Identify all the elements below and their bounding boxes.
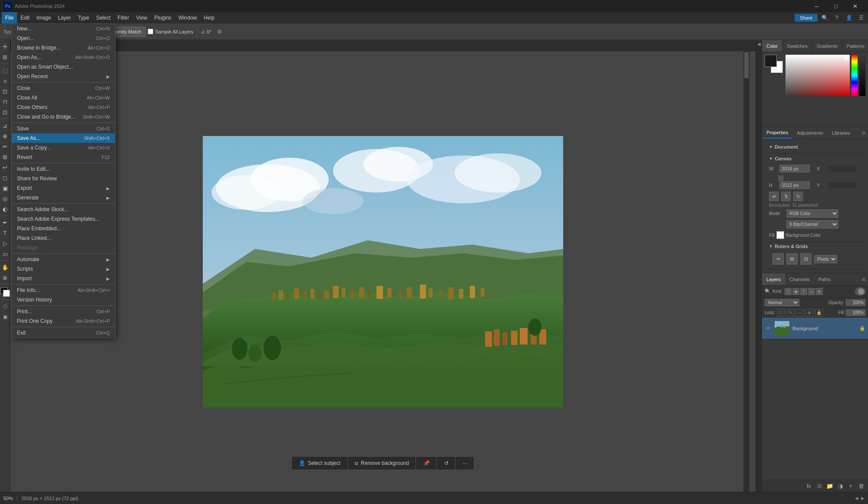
canvas-expand-icon[interactable]: ▼ [769,156,773,161]
menu-search-express[interactable]: Search Adobe Express Templates... [12,214,115,224]
y-input[interactable] [827,181,858,189]
eyedropper-tool[interactable]: ⊿ [0,121,10,130]
tab-properties[interactable]: Properties [762,127,792,139]
menu-item-help[interactable]: Help [200,12,218,23]
new-adjustment-button[interactable]: ◑ [836,482,845,491]
tab-libraries[interactable]: Libraries [828,127,855,139]
rectangle-tool[interactable]: ▭ [0,249,10,259]
menu-item-view[interactable]: View [132,12,151,23]
menu-new[interactable]: New... Ctrl+N [12,24,115,33]
search-icon[interactable]: 🔍 [819,13,830,23]
menu-icon[interactable]: ☰ [856,13,866,23]
link-dimensions-icon[interactable]: ⛓ [778,175,784,182]
menu-scripts[interactable]: Scripts ▶ [12,264,115,274]
panel-collapse-bar[interactable]: ◀ [756,40,762,492]
more-options-button[interactable]: ··· [456,457,474,470]
lock-all-icon[interactable]: ⊕ [805,309,813,317]
tab-adjustments[interactable]: Adjustments [792,127,828,139]
blur-tool[interactable]: ◎ [0,194,10,203]
text-tool[interactable]: T [0,228,10,238]
guides-button[interactable]: ⊟ [800,253,812,265]
hand-tool[interactable]: ✋ [0,262,10,272]
layers-menu[interactable]: ≡ [859,273,868,285]
menu-import[interactable]: Import ▶ [12,274,115,283]
frame-tool[interactable]: ⊡ [0,107,10,117]
filter-type-icon[interactable]: T [800,288,807,295]
document-expand-icon[interactable]: ▼ [769,145,773,149]
menu-share-review[interactable]: Share for Review [12,174,115,183]
gradient-tool[interactable]: ▣ [0,183,10,193]
lock-position-icon[interactable]: ✎ [786,309,794,317]
vertical-scrollbar[interactable] [743,51,749,492]
crop-tool[interactable]: ⊓ [0,97,10,106]
menu-close-others[interactable]: Close Others Alt+Ctrl+P [12,103,115,112]
menu-revert[interactable]: Revert F12 [12,153,115,162]
pen-tool[interactable]: ✒ [0,218,10,227]
menu-browse-bridge[interactable]: Browse in Bridge... Alt+Ctrl+O [12,43,115,53]
menu-item-select[interactable]: Select [92,12,114,23]
history-brush-tool[interactable]: ↩ [0,162,10,172]
menu-exit[interactable]: Exit Ctrl+Q [12,328,115,338]
menu-generate[interactable]: Generate ▶ [12,193,115,202]
tab-patterns[interactable]: Patterns [842,40,868,52]
tab-paths[interactable]: Paths [814,273,835,285]
delete-layer-button[interactable]: 🗑 [857,482,865,491]
rotate-button[interactable]: ↻ [793,192,803,201]
menu-place-embedded[interactable]: Place Embedded... [12,224,115,233]
menu-export[interactable]: Export ▶ [12,183,115,193]
tab-color[interactable]: Color [762,40,782,52]
lock-artboards-icon[interactable]: ↔ [796,309,804,317]
screen-mode-icon[interactable]: ▣ [0,312,10,322]
tab-gradients[interactable]: Gradients [812,40,842,52]
zoom-tool[interactable]: ⊕ [0,273,10,282]
lasso-tool[interactable]: ⌾ [0,76,10,86]
tab-channels[interactable]: Channels [785,273,814,285]
share-button[interactable]: Share [795,14,818,22]
menu-item-window[interactable]: Window [175,12,201,23]
rulers-unit-select[interactable]: Pixels [814,255,837,263]
rectangular-marquee-tool[interactable]: ⬚ [0,66,10,75]
menu-close-go-bridge[interactable]: Close and Go to Bridge... Shift+Ctrl+W [12,112,115,122]
bits-select[interactable]: 8 Bits/Channel [786,220,838,229]
filter-toggle[interactable] [855,288,865,295]
hue-slider[interactable] [851,55,858,96]
menu-item-image[interactable]: Image [33,12,54,23]
fill-color-swatch[interactable] [776,231,784,239]
tab-swatches[interactable]: Swatches [782,40,812,52]
menu-place-linked[interactable]: Place Linked... [12,233,115,243]
dodge-tool[interactable]: ◐ [0,204,10,214]
ruler-horizontal-button[interactable]: ━ [772,253,784,265]
filter-pixel-icon[interactable]: ⬡ [785,288,792,295]
menu-item-layer[interactable]: Layer [54,12,74,23]
menu-invite-edit[interactable]: Invite to Edit... [12,164,115,174]
sample-all-layers-input[interactable] [148,29,153,34]
sample-all-layers-checkbox[interactable]: Sample All Layers [148,29,193,34]
filter-smart-icon[interactable]: ⊕ [816,288,823,295]
spot-healing-tool[interactable]: ⊕ [0,131,10,141]
menu-file-info[interactable]: File Info... Alt+Shift+Ctrl+I [12,285,115,295]
menu-save[interactable]: Save Ctrl+S [12,124,115,133]
lock-all-icon2[interactable]: 🔒 [815,309,823,317]
quick-mask-icon[interactable]: ⬡ [0,302,10,311]
menu-print[interactable]: Print... Ctrl+P [12,307,115,316]
layer-fx-button[interactable]: fx [805,482,813,491]
minimize-button[interactable]: ─ [807,0,826,12]
opacity-input[interactable] [846,299,865,306]
new-layer-button[interactable]: + [846,482,855,491]
remove-background-button[interactable]: ⧈ Remove background [348,457,416,470]
layer-visibility-icon[interactable]: 👁 [765,325,772,332]
menu-close-all[interactable]: Close All Alt+Ctrl+W [12,93,115,103]
brush-settings-icon[interactable]: ⚙ [215,27,224,36]
height-input[interactable] [779,181,810,189]
menu-open-smart-object[interactable]: Open as Smart Object... [12,62,115,72]
menu-print-one-copy[interactable]: Print One Copy Alt+Shift+Ctrl+P [12,316,115,326]
grid-button[interactable]: ⊞ [786,253,798,265]
menu-item-filter[interactable]: Filter [114,12,133,23]
menu-automate[interactable]: Automate ▶ [12,255,115,264]
foreground-color-swatch[interactable] [765,55,777,67]
mode-select[interactable]: RGB Color [786,209,838,218]
width-input[interactable] [779,165,810,172]
rulers-expand-icon[interactable]: ▼ [769,244,773,249]
layer-item-background[interactable]: 👁 Background 🔒 [762,318,868,339]
close-button[interactable]: ✕ [845,0,865,12]
